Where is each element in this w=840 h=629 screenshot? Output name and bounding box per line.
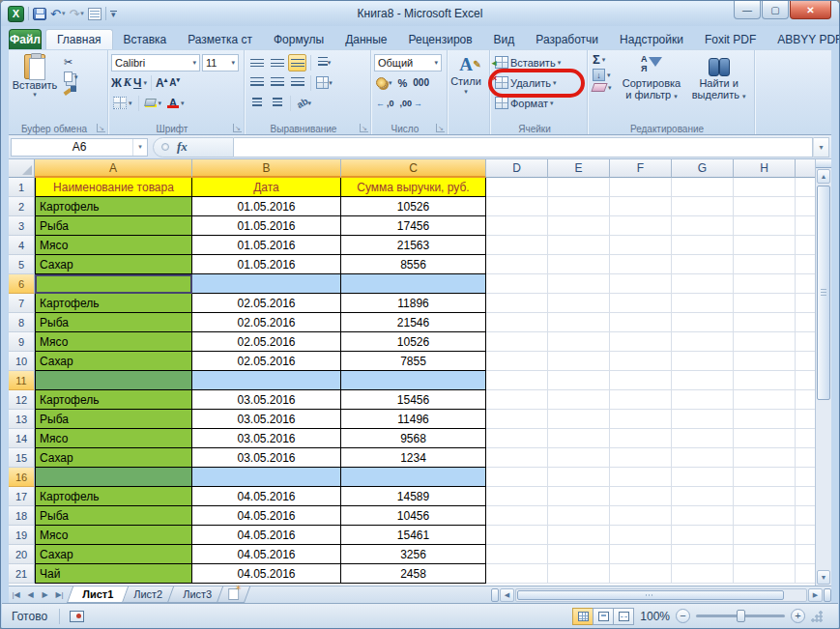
wrap-text-button[interactable]: ab▾ — [295, 95, 313, 112]
cell-D20[interactable] — [486, 545, 548, 564]
clear-button[interactable]: ▾ — [591, 83, 617, 92]
cell-G4[interactable] — [672, 236, 734, 255]
cell-B4[interactable]: 01.05.2016 — [192, 236, 341, 255]
cell-B6[interactable] — [192, 274, 341, 294]
cell-C9[interactable]: 10526 — [341, 332, 486, 352]
cell-D17[interactable] — [486, 487, 548, 506]
cell-C8[interactable]: 21546 — [341, 313, 486, 332]
cell-C14[interactable]: 9568 — [341, 429, 486, 448]
cell-C17[interactable]: 14589 — [341, 487, 486, 506]
align-center-button[interactable] — [268, 74, 286, 92]
cell-A1[interactable]: Наименование товара — [35, 178, 192, 197]
cell-C6[interactable] — [341, 274, 486, 294]
cell-G3[interactable] — [672, 216, 734, 236]
cell-C18[interactable]: 10456 — [341, 506, 486, 526]
vertical-scrollbar[interactable]: ▲ ▼ — [815, 159, 831, 586]
ribbon-tab-ABBYY PDF T[interactable]: ABBYY PDF T — [767, 29, 840, 49]
cell-E5[interactable] — [548, 255, 610, 274]
cell-E8[interactable] — [548, 313, 610, 332]
qat-customize-button[interactable]: ▾ — [110, 11, 117, 17]
cell-A2[interactable]: Картофель — [35, 197, 192, 216]
format-painter-button[interactable] — [62, 85, 80, 96]
font-family-combo[interactable]: Calibri▾ — [111, 54, 200, 71]
align-left-button[interactable] — [247, 74, 266, 92]
cell-D13[interactable] — [486, 410, 548, 429]
column-header-E[interactable]: E — [548, 159, 610, 178]
cell-B11[interactable] — [192, 371, 341, 390]
format-cells-button[interactable]: Формат▾ — [493, 97, 556, 109]
cell-F19[interactable] — [610, 526, 672, 545]
cell-A14[interactable]: Мясо — [35, 429, 192, 448]
percent-button[interactable]: % — [396, 77, 410, 89]
cell-E20[interactable] — [548, 545, 610, 564]
cell-F11[interactable] — [610, 371, 672, 390]
save-button[interactable] — [33, 8, 46, 20]
cell-B9[interactable]: 02.05.2016 — [192, 332, 341, 352]
cell-A13[interactable]: Рыба — [35, 410, 192, 429]
row-header-13[interactable]: 13 — [9, 410, 35, 429]
cell-A12[interactable]: Картофель — [35, 390, 192, 410]
insert-sheet-button[interactable] — [217, 586, 250, 603]
cell-H16[interactable] — [734, 468, 796, 487]
horizontal-split-handle[interactable] — [491, 588, 499, 602]
zoom-out-button[interactable]: − — [676, 609, 690, 623]
font-size-combo[interactable]: 11▾ — [202, 54, 239, 71]
cell-B3[interactable]: 01.05.2016 — [192, 216, 341, 236]
formula-input[interactable] — [234, 137, 813, 157]
borders-button[interactable]: ▾ — [111, 97, 134, 109]
cell-D5[interactable] — [486, 255, 548, 274]
cell-D21[interactable] — [486, 564, 548, 584]
insert-function-button[interactable]: fx — [177, 139, 188, 155]
cell-E1[interactable] — [548, 178, 610, 197]
horizontal-scroll-track[interactable] — [515, 588, 807, 602]
macro-record-icon[interactable] — [70, 611, 84, 622]
cell-H5[interactable] — [734, 255, 796, 274]
excel-logo-icon[interactable]: X — [8, 6, 24, 22]
cell-H8[interactable] — [734, 313, 796, 332]
cell-C10[interactable]: 7855 — [341, 352, 486, 371]
cell-B16[interactable] — [192, 468, 341, 487]
cell-F9[interactable] — [610, 332, 672, 352]
cell-H12[interactable] — [734, 390, 796, 410]
cell-C20[interactable]: 3256 — [341, 545, 486, 564]
zoom-in-button[interactable]: + — [791, 609, 805, 623]
row-header-15[interactable]: 15 — [9, 448, 35, 468]
scroll-up-button[interactable]: ▲ — [817, 169, 830, 184]
cell-H15[interactable] — [734, 448, 796, 468]
row-header-4[interactable]: 4 — [9, 236, 35, 255]
cell-H21[interactable] — [734, 564, 796, 584]
cell-G12[interactable] — [672, 390, 734, 410]
fill-color-button[interactable]: ▾ — [143, 99, 164, 107]
cell-G14[interactable] — [672, 429, 734, 448]
delete-cells-button[interactable]: ×Удалить▾ — [493, 76, 559, 89]
cell-E17[interactable] — [548, 487, 610, 506]
font-color-button[interactable]: А▾ — [165, 99, 187, 108]
cell-A19[interactable]: Мясо — [35, 526, 192, 545]
redo-button[interactable]: ↷▾ — [69, 7, 83, 21]
cell-B14[interactable]: 03.05.2016 — [192, 429, 341, 448]
dialog-launcher-icon[interactable]: ↘ — [233, 124, 242, 132]
cell-A16[interactable] — [35, 468, 192, 487]
cell-E21[interactable] — [548, 564, 610, 584]
cell-G10[interactable] — [672, 352, 734, 371]
cell-F14[interactable] — [610, 429, 672, 448]
cell-A10[interactable]: Сахар — [35, 352, 192, 371]
column-header-D[interactable]: D — [486, 159, 548, 178]
cell-F13[interactable] — [610, 410, 672, 429]
column-header-A[interactable]: A — [35, 159, 192, 178]
cell-G16[interactable] — [672, 468, 734, 487]
autosum-button[interactable]: Σ▾ — [591, 52, 617, 67]
row-header-21[interactable]: 21 — [9, 564, 35, 584]
zoom-level[interactable]: 100% — [640, 610, 670, 623]
comma-style-button[interactable]: 000 — [411, 77, 431, 88]
cell-B1[interactable]: Дата — [192, 178, 341, 197]
row-header-7[interactable]: 7 — [9, 294, 35, 313]
cell-B15[interactable]: 03.05.2016 — [192, 448, 341, 468]
cell-F7[interactable] — [610, 294, 672, 313]
column-header-C[interactable]: C — [341, 159, 486, 178]
cut-button[interactable]: ✂ — [62, 56, 80, 69]
cell-D11[interactable] — [486, 371, 548, 390]
cell-H3[interactable] — [734, 216, 796, 236]
bold-button[interactable]: Ж — [111, 76, 122, 90]
align-middle-button[interactable] — [268, 54, 286, 71]
